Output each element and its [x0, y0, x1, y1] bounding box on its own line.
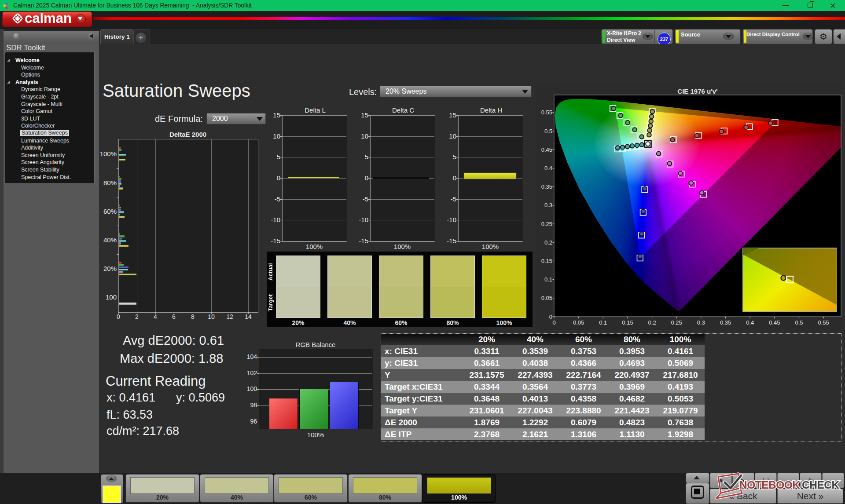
svg-text:NOTEBOOK: NOTEBOOK [739, 479, 800, 491]
svg-text:0.05: 0.05 [541, 295, 552, 301]
svg-text:0.2: 0.2 [648, 319, 656, 326]
svg-text:0.25: 0.25 [671, 319, 682, 326]
svg-text:0.5: 0.5 [795, 319, 803, 326]
svg-text:0.4: 0.4 [746, 319, 754, 326]
svg-text:0.1: 0.1 [599, 319, 607, 326]
svg-text:0.3: 0.3 [697, 319, 705, 326]
svg-text:0.55: 0.55 [818, 319, 829, 326]
svg-text:0.35: 0.35 [541, 183, 552, 190]
svg-text:CIE 1976 u'v': CIE 1976 u'v' [677, 88, 717, 95]
svg-text:0.05: 0.05 [573, 319, 584, 326]
svg-text:0.1: 0.1 [544, 276, 552, 283]
svg-text:0.2: 0.2 [544, 239, 552, 246]
svg-text:0.45: 0.45 [541, 146, 552, 153]
svg-text:0.3: 0.3 [544, 202, 552, 208]
svg-text:0.55: 0.55 [541, 109, 552, 116]
svg-text:0.25: 0.25 [541, 221, 552, 227]
svg-text:0.45: 0.45 [769, 319, 780, 326]
svg-text:CHECK: CHECK [802, 479, 839, 491]
svg-text:0.4: 0.4 [544, 165, 552, 172]
svg-text:0.35: 0.35 [720, 319, 731, 326]
svg-text:0: 0 [552, 319, 555, 326]
svg-text:0.15: 0.15 [541, 258, 552, 264]
svg-text:0.15: 0.15 [622, 319, 633, 326]
svg-text:0: 0 [549, 314, 552, 320]
svg-text:0.5: 0.5 [544, 128, 552, 135]
